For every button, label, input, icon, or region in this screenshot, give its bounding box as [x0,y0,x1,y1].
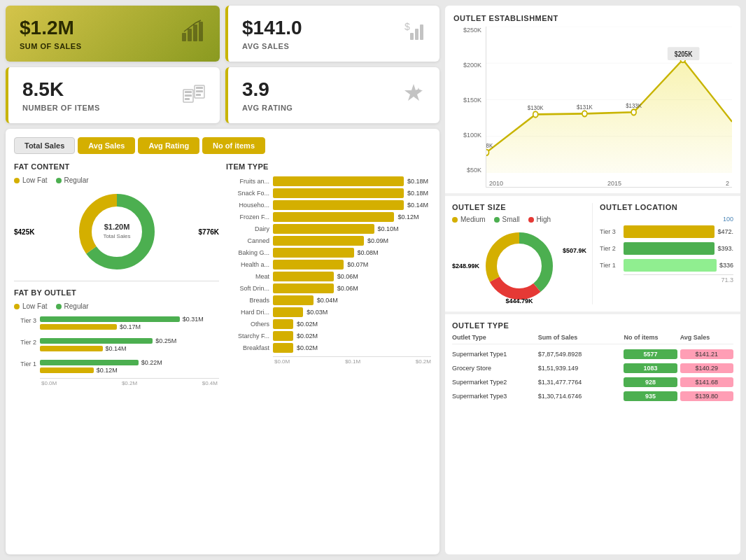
kpi-num-items-value: 8.5K [22,78,100,101]
tier1-label: Tier 1 [14,359,36,368]
low-fat-dot [14,178,20,183]
mid-section: OUTLET SIZE Medium Small High [445,196,740,312]
outlet-type-1: Grocery Store [452,365,535,372]
outlet-items-3: 935 [624,391,677,401]
x-axis-1: $0.2M [122,380,137,386]
header-no-items: No of items [624,334,677,341]
outlet-location-panel: OUTLET LOCATION 100 Tier 3 $472. Tier 2 … [593,203,733,304]
kpi-avg-rating-value: 3.9 [242,78,293,101]
loc-tier1-label: Tier 1 [600,262,621,269]
outlet-size-legend: Medium Small High [452,216,586,223]
outlet-row-0: Supermarket Type1 $7,87,549.8928 5577 $1… [452,347,733,361]
kpi-num-items: 8.5K NUMBER OF ITEMS [6,67,220,123]
item-val-12: $0.02M [297,321,318,328]
line-chart-svg: $78K $130K $131K $133K $205K [486,27,732,173]
loc-tier2-label: Tier 2 [600,245,621,252]
item-val-8: $0.06M [337,273,358,280]
outlet-sum-3: $1,30,714.6746 [538,393,621,400]
item-name-4: Dairy [226,225,269,232]
line-chart: $250K $200K $150K $100K $50K [453,27,732,188]
fat-content-legend: Low Fat Regular [14,176,219,184]
item-x-0: $0.0M [274,358,290,365]
tier3-label: Tier 3 [14,316,36,324]
legend-regular-2: Regular [56,302,89,310]
tier1-bar2-val: $0.12M [97,367,118,374]
tier2-bar2-val: $0.14M [106,345,127,352]
tab-avg-sales[interactable]: Avg Sales [78,137,135,154]
high-dot [528,217,534,223]
legend-medium: Medium [452,216,486,223]
item-name-11: Hard Dri... [226,309,269,316]
size-bottom-val: $444.79K [505,298,533,304]
svg-rect-0 [182,33,186,41]
item-val-4: $0.10M [378,225,399,232]
item-name-6: Baking G... [226,249,269,256]
item-row-13: Starchy F...$0.02M [226,331,428,341]
item-val-9: $0.06M [337,285,358,292]
legend-high: High [528,216,551,223]
tab-total-sales[interactable]: Total Sales [14,137,75,154]
svg-point-20 [93,208,141,255]
item-row-6: Baking G...$0.08M [226,248,428,258]
outlet-type-title: OUTLET TYPE [452,321,733,330]
svg-rect-2 [193,24,197,41]
tab-no-of-items[interactable]: No of items [202,137,265,154]
tier2-label: Tier 2 [14,337,36,346]
tab-avg-rating[interactable]: Avg Rating [138,137,199,154]
avg-rating-icon [402,81,425,110]
item-row-9: Soft Drin...$0.06M [226,284,428,293]
donut-chart: $425K $1.20M Total Sales $776K [14,190,219,274]
tier2-bar1-val: $0.25M [155,337,176,344]
svg-text:$205K: $205K [675,50,693,58]
legend-small: Small [494,216,520,223]
tab-bar: Total Sales Avg Sales Avg Rating No of i… [14,137,431,154]
medium-dot [452,217,458,223]
item-val-0: $0.18M [407,178,428,185]
item-name-3: Frozen F... [226,214,269,220]
outlet-sum-0: $7,87,549.8928 [538,351,621,358]
item-type-bars: Fruits an...$0.18M Snack Fo...$0.18M Hou… [226,176,431,355]
main-charts: FAT CONTENT Low Fat Regular $425K [14,162,431,392]
x-label-2015: 2015 [607,180,621,187]
num-items-icon [182,81,206,110]
item-name-10: Breads [226,297,269,304]
svg-rect-15 [196,94,201,96]
kpi-sum-sales-value: $1.2M [20,17,82,39]
svg-text:$131K: $131K [577,103,593,111]
item-val-1: $0.18M [407,190,428,197]
fat-outlet-bars: Tier 3 $0.31M $0.17M [14,316,219,377]
location-tier1: Tier 1 $336 [600,259,733,272]
location-x-label: 100 [600,216,733,223]
regular-dot [56,178,62,183]
kpi-avg-rating: 3.9 AVG RATING [225,67,439,123]
kpi-sum-sales-label: SUM OF SALES [20,42,82,50]
outlet-avg-0: $141.21 [680,349,733,359]
outlet-type-2: Supermarket Type2 [452,379,535,386]
fat-content-section: FAT CONTENT Low Fat Regular $425K [14,162,219,392]
legend-low-fat-2: Low Fat [14,302,48,310]
outlet-type-3: Supermarket Type3 [452,393,535,400]
item-val-6: $0.08M [358,249,379,256]
kpi-avg-sales-label: AVG SALES [242,42,302,50]
item-name-0: Fruits an... [226,178,269,185]
x-axis-0: $0.0M [41,380,57,386]
svg-marker-27 [486,59,732,173]
header-sum-sales: Sum of Sales [538,334,621,341]
svg-rect-3 [199,22,203,41]
svg-rect-10 [185,94,192,97]
item-val-3: $0.12M [397,214,418,220]
outlet-type-header: Outlet Type Sum of Sales No of items Avg… [452,334,733,344]
item-name-8: Meat [226,273,269,280]
outlet-items-1: 1083 [624,363,677,373]
item-row-3: Frozen F...$0.12M [226,212,428,222]
item-row-5: Canned$0.09M [226,236,428,246]
item-name-5: Canned [226,237,269,244]
outlet-row-1: Grocery Store $1,51,939.149 1083 $140.29 [452,361,733,375]
svg-rect-7 [420,24,423,40]
y-label-50k: $50K [467,167,481,174]
item-name-12: Others [226,321,269,328]
item-row-2: Househo...$0.14M [226,200,428,210]
item-type-section: ITEM TYPE Fruits an...$0.18M Snack Fo...… [226,162,431,392]
header-avg-sales: Avg Sales [680,334,733,341]
item-row-4: Dairy$0.10M [226,224,428,234]
